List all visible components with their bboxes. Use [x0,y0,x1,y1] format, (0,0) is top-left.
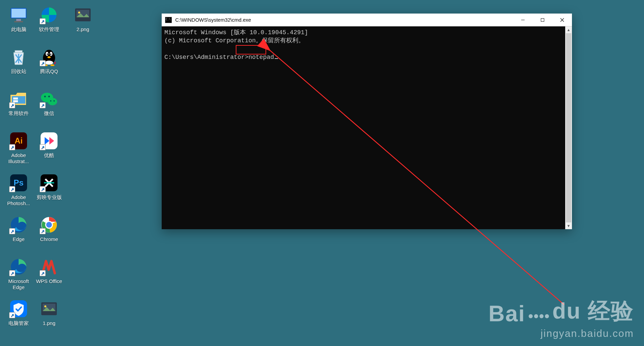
microsoft-edge-icon: ↗ [9,257,28,276]
scroll-track[interactable] [565,33,572,222]
svg-point-41 [44,305,46,307]
desktop-icon-adobe-illustrator[interactable]: Ai↗Adobe Illustrat... [3,131,34,165]
desktop-icon-label: 此电脑 [11,26,26,33]
cmd-scrollbar[interactable]: ▲ ▼ [565,26,572,229]
cmd-output-line2: (c) Microsoft Corporation。保留所有权利。 [164,37,569,45]
desktop-icon-label: 回收站 [11,68,26,74]
desktop-icon-this-pc[interactable]: 此电脑 [3,5,34,33]
desktop-icon-label: 软件管理 [39,26,59,33]
chrome-icon: ↗ [40,215,59,234]
svg-point-15 [45,61,53,65]
close-icon [560,18,564,22]
tencent-qq-icon: ↗ [40,47,59,66]
recycle-bin-icon [9,47,28,66]
svg-text:Ai: Ai [15,136,23,145]
scroll-down-button[interactable]: ▼ [565,222,572,229]
desktop-icon-common-software[interactable]: ↗常用软件 [3,89,34,116]
pc-manager-icon: ↗ [9,299,28,318]
desktop-icon-wps-office[interactable]: ↗WPS Office [34,257,64,284]
svg-rect-2 [16,19,21,21]
wps-office-icon: ↗ [40,257,59,276]
svg-rect-1 [12,9,26,18]
cmd-output-line1: Microsoft Windows [版本 10.0.19045.4291] [164,28,569,37]
cmd-titlebar[interactable]: C:\WINDOWS\system32\cmd.exe [162,14,572,26]
desktop-icon-label: Adobe Illustrat... [3,152,34,165]
desktop-icon-label: 微信 [44,110,54,116]
desktop-icon-pc-manager[interactable]: ↗电脑管家 [3,299,34,326]
svg-point-25 [50,100,51,102]
maximize-button[interactable] [533,14,552,26]
desktop-icon-adobe-photoshop[interactable]: Ps↗Adobe Photosh... [3,173,34,207]
maximize-icon [540,18,545,22]
desktop-icon-label: 电脑管家 [8,320,29,326]
desktop-icon-label: 剪映专业版 [37,194,62,200]
svg-rect-19 [13,98,18,100]
desktop-icon-tencent-qq[interactable]: ↗腾讯QQ [34,47,64,74]
cmd-prompt: C:\Users\Administrator> [164,54,248,61]
svg-rect-7 [15,50,22,52]
svg-text:Ps: Ps [14,178,23,187]
watermark-url: jingyan.baidu.com [488,328,634,339]
svg-point-23 [44,96,46,98]
desktop-icon-edge[interactable]: ↗Edge [3,215,34,242]
desktop-icon-jianying-pro[interactable]: ↗剪映专业版 [34,173,64,200]
svg-point-22 [48,98,57,105]
desktop-icon-recycle-bin[interactable]: 回收站 [3,47,34,74]
wechat-icon: ↗ [40,89,59,108]
cmd-icon [165,17,172,23]
paw-icon [529,314,549,318]
edge-icon: ↗ [9,215,28,234]
scroll-up-button[interactable]: ▲ [565,26,572,33]
cmd-prompt-line: C:\Users\Administrator>notepad [164,53,569,61]
minimize-button[interactable] [513,14,533,26]
jianying-pro-icon: ↗ [40,173,59,192]
svg-point-26 [53,100,55,102]
desktop-icon-label: 优酷 [44,152,54,158]
svg-point-24 [48,96,50,98]
file-1png-icon [40,299,59,318]
desktop-icon-microsoft-edge[interactable]: ↗Microsoft Edge [3,257,34,290]
cmd-title-text: C:\WINDOWS\system32\cmd.exe [175,17,513,23]
cmd-window: C:\WINDOWS\system32\cmd.exe Microsoft Wi… [162,14,572,229]
adobe-illustrator-icon: Ai↗ [9,131,28,150]
close-button[interactable] [552,14,572,26]
software-manager-icon: ↗ [40,5,59,24]
desktop-icon-youku[interactable]: ↗优酷 [34,131,64,158]
svg-point-13 [50,53,51,55]
desktop-icon-label: 腾讯QQ [40,68,58,74]
watermark: Bai du 经验 jingyan.baidu.com [488,296,634,339]
youku-icon: ↗ [40,131,59,150]
desktop-icon-file-2png[interactable]: 2.png [68,5,98,33]
desktop-icon-label: Adobe Photosh... [3,194,34,207]
desktop-icon-label: 常用软件 [8,110,29,116]
scroll-thumb[interactable] [566,33,571,222]
desktop-icon-label: 1.png [43,320,55,326]
cmd-cursor [275,58,278,59]
svg-point-14 [47,56,51,58]
desktop-icon-label: Microsoft Edge [3,278,34,290]
svg-point-6 [78,12,80,14]
desktop-icon-software-manager[interactable]: ↗软件管理 [34,5,64,33]
desktop-icon-label: WPS Office [36,278,62,284]
svg-point-12 [47,53,48,55]
desktop-icon-label: 2.png [76,26,89,33]
desktop-icon-label: Chrome [40,236,58,242]
svg-rect-3 [14,21,23,22]
file-2png-icon [73,5,92,24]
desktop-icon-label: Edge [13,236,24,242]
cmd-typed-command: notepad [248,54,274,61]
desktop-icon-wechat[interactable]: ↗微信 [34,89,64,116]
svg-rect-43 [541,18,544,21]
watermark-text: Bai [488,301,525,326]
this-pc-icon [9,5,28,24]
cmd-body[interactable]: Microsoft Windows [版本 10.0.19045.4291] (… [162,26,572,229]
desktop-icon-chrome[interactable]: ↗Chrome [34,215,64,242]
watermark-text2: du 经验 [552,296,634,326]
adobe-photoshop-icon: Ps↗ [9,173,28,192]
common-software-icon: ↗ [9,89,28,108]
desktop-icon-file-1png[interactable]: 1.png [34,299,64,326]
minimize-icon [521,18,525,22]
